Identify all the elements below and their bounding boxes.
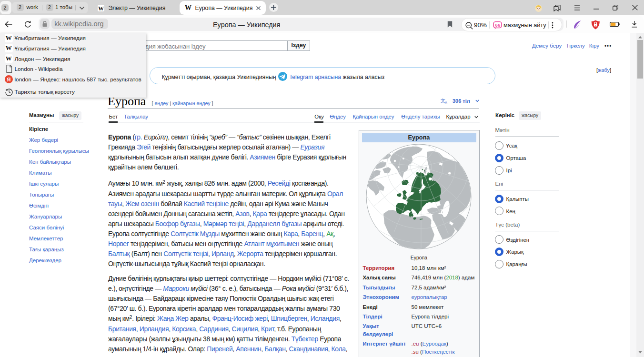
svg-text:A: A [445,100,448,104]
svg-text:66: 66 [495,22,501,28]
svg-text:Я: Я [7,77,10,82]
